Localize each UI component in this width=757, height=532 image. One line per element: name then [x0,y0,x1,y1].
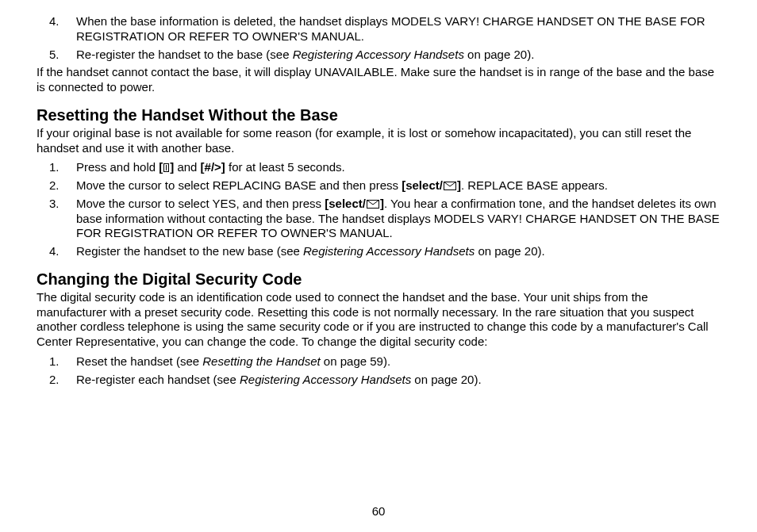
heading-security-code: Changing the Digital Security Code [37,270,720,289]
list-item: 5. Re-register the handset to the base (… [37,48,720,63]
section1-list: 1. Press and hold [] and [#/>] for at le… [37,160,720,259]
text: and [174,160,200,174]
list-item: 3. Move the cursor to select YES, and th… [37,197,720,241]
reference: Resetting the Handset [202,354,320,368]
list-number: 5. [37,48,76,63]
list-number: 1. [37,160,76,175]
list-text: Move the cursor to select REPLACING BASE… [76,178,720,193]
text: for at least 5 seconds. [225,160,345,174]
list-number: 2. [37,178,76,193]
select-envelope-icon [367,200,379,209]
text: . REPLACE BASE appears. [461,178,608,192]
list-number: 4. [37,244,76,259]
text: Press and hold [76,160,159,174]
reference: Registering Accessory Handsets [303,244,475,258]
center-key-icon [163,163,169,172]
list-text: When the base information is deleted, th… [76,14,720,44]
heading-resetting: Resetting the Handset Without the Base [37,106,720,124]
reference: Registering Accessory Handsets [293,48,464,61]
text: Re-register the handset to the base (see [76,48,293,61]
list-number: 3. [37,197,76,241]
list-text: Re-register the handset to the base (see… [76,48,720,63]
text: on page 20). [475,244,544,258]
list-number: 2. [37,373,76,388]
text: Re-register each handset (see [76,373,240,386]
section-intro: If your original base is not available f… [37,126,720,156]
key-label: [select/] [325,197,384,210]
list-number: 4. [37,14,76,44]
key-label: [] [159,160,174,174]
key-label: [select/] [402,178,461,192]
top-list: 4. When the base information is deleted,… [37,14,720,62]
text: on page 20). [464,48,534,61]
list-item: 4. When the base information is deleted,… [37,14,720,44]
list-text: Move the cursor to select YES, and then … [76,197,720,241]
text: Register the handset to the new base (se… [76,244,303,258]
text: on page 59). [321,354,390,368]
list-item: 4. Register the handset to the new base … [37,244,720,259]
text: on page 20). [411,373,481,386]
key-label: [#/>] [201,160,225,174]
list-text: Reset the handset (see Resetting the Han… [76,354,720,369]
list-item: 2. Move the cursor to select REPLACING B… [37,178,720,193]
select-envelope-icon [444,182,456,190]
page: 4. When the base information is deleted,… [0,0,757,532]
list-item: 2. Re-register each handset (see Registe… [37,373,720,388]
section2-list: 1. Reset the handset (see Resetting the … [37,354,720,388]
text: Move the cursor to select REPLACING BASE… [76,178,402,192]
text: Reset the handset (see [76,354,202,368]
page-number: 60 [0,504,757,518]
list-text: Re-register each handset (see Registerin… [76,373,720,388]
list-item: 1. Press and hold [] and [#/>] for at le… [37,160,720,175]
list-item: 1. Reset the handset (see Resetting the … [37,354,720,369]
paragraph: If the handset cannot contact the base, … [37,65,720,95]
list-text: Press and hold [] and [#/>] for at least… [76,160,720,175]
list-text: Register the handset to the new base (se… [76,244,720,259]
reference: Registering Accessory Handsets [240,373,411,386]
section-intro: The digital security code is an identifi… [37,290,720,350]
list-number: 1. [37,354,76,369]
text: Move the cursor to select YES, and then … [76,197,325,210]
